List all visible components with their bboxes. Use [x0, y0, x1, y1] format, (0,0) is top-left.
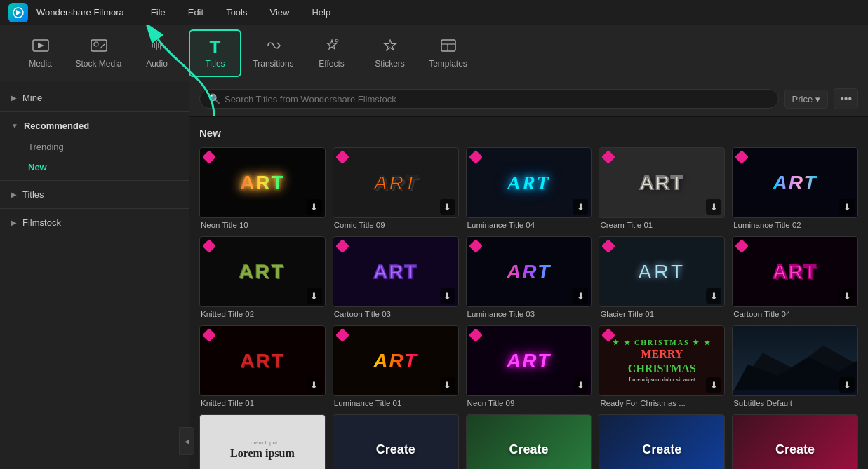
title-card-red-create[interactable]: Create: [732, 414, 858, 469]
title-thumb-luminance03: ART ⬇: [466, 236, 592, 307]
search-icon: 🔍: [208, 93, 220, 104]
title-thumb-knitted02: ART ⬇: [199, 236, 326, 307]
recommended-expand-icon: ▼: [11, 122, 18, 130]
title-thumb-lorem: Lorem Input Lorem ipsum: [199, 414, 326, 469]
divider-1: [0, 111, 189, 112]
menu-file[interactable]: File: [147, 4, 170, 20]
toolbar-stock-media[interactable]: Stock Media: [72, 29, 125, 77]
toolbar-titles[interactable]: T Titles: [189, 29, 241, 77]
art-cartoon04: ART: [773, 261, 817, 283]
title-thumb-luminance02: ART ⬇: [732, 147, 858, 218]
toolbar-stickers-label: Stickers: [375, 59, 405, 69]
blue-create-art: Create: [642, 442, 681, 457]
search-bar: 🔍 Price ▾ •••: [189, 81, 868, 117]
download-btn-cartoon04[interactable]: ⬇: [839, 288, 855, 304]
title-card-lorem[interactable]: Lorem Input Lorem ipsum: [199, 414, 326, 469]
premium-badge: [735, 150, 749, 164]
download-btn-neon09[interactable]: ⬇: [573, 377, 588, 393]
download-btn-christmas[interactable]: ⬇: [706, 377, 721, 393]
sidebar-section-mine[interactable]: ▶ Mine: [0, 87, 189, 109]
price-filter-chevron: ▾: [815, 94, 820, 104]
menu-edit[interactable]: Edit: [184, 4, 208, 20]
title-card-glacier01[interactable]: ART ⬇ Glacier Title 01: [599, 236, 725, 318]
art-neon10: ART: [240, 172, 285, 194]
download-btn-cartoon03[interactable]: ⬇: [440, 288, 455, 304]
download-btn-glacier01[interactable]: ⬇: [706, 288, 721, 304]
titles-scroll-area[interactable]: New ART ⬇ Neon Title 10: [189, 117, 868, 469]
title-thumb-luminance04: ART ⬇: [466, 147, 592, 218]
menu-tools[interactable]: Tools: [222, 4, 251, 20]
download-btn-neon10[interactable]: ⬇: [307, 199, 322, 215]
download-btn-luminance04[interactable]: ⬇: [573, 199, 588, 215]
price-filter[interactable]: Price ▾: [784, 90, 829, 109]
red-create-art: Create: [775, 442, 815, 457]
app-name: Wondershare Filmora: [36, 7, 124, 18]
title-card-cream01[interactable]: ART ⬇ Cream Title 01: [599, 147, 725, 229]
title-card-christmas[interactable]: ★ ★ CHRISTMAS ★ ★ MERRY CHRISTMAS Lorem …: [599, 325, 725, 407]
toolbar-transitions[interactable]: Transitions: [247, 29, 300, 77]
toolbar-stickers[interactable]: Stickers: [363, 29, 416, 77]
download-btn-comic09[interactable]: ⬇: [440, 199, 455, 215]
sidebar-item-trending[interactable]: Trending: [0, 137, 189, 157]
menu-help[interactable]: Help: [307, 4, 335, 20]
sidebar-section-titles[interactable]: ▶ Titles: [0, 184, 189, 205]
download-btn-luminance01[interactable]: ⬇: [440, 377, 455, 393]
title-label-knitted02: Knitted Title 02: [199, 310, 326, 318]
title-thumb-subtitles: ⬇: [732, 325, 858, 396]
title-label-neon10: Neon Title 10: [199, 221, 326, 229]
svg-point-3: [94, 42, 98, 46]
title-card-blue-create[interactable]: Create: [599, 414, 725, 469]
title-card-knitted02[interactable]: ART ⬇ Knitted Title 02: [199, 236, 326, 318]
title-thumb-cream01: ART ⬇: [599, 147, 725, 218]
sidebar-collapse-btn[interactable]: ◂: [179, 427, 189, 455]
title-card-luminance04[interactable]: ART ⬇ Luminance Title 04: [466, 147, 592, 229]
title-card-cartoon04[interactable]: ART ⬇ Cartoon Title 04: [732, 236, 858, 318]
download-btn-cream01[interactable]: ⬇: [706, 199, 721, 215]
title-card-neon10[interactable]: ART ⬇ Neon Title 10: [199, 147, 326, 229]
download-btn-knitted02[interactable]: ⬇: [307, 288, 322, 304]
sidebar-section-recommended[interactable]: ▼ Recommended: [0, 115, 189, 137]
title-card-subtitles[interactable]: ⬇ Subtitles Default: [732, 325, 858, 407]
sidebar-recommended-label: Recommended: [24, 121, 89, 131]
title-card-neon09[interactable]: ART ⬇ Neon Title 09: [466, 325, 592, 407]
toolbar-transitions-label: Transitions: [253, 59, 293, 69]
christmas-art: ★ ★ CHRISTMAS ★ ★ MERRY CHRISTMAS Lorem …: [613, 338, 712, 383]
download-btn-knitted01[interactable]: ⬇: [307, 377, 322, 393]
title-card-cartoon03[interactable]: ART ⬇ Cartoon Title 03: [333, 236, 459, 318]
title-label-cream01: Cream Title 01: [599, 221, 725, 229]
art-luminance03: ART: [507, 261, 551, 283]
toolbar-templates[interactable]: Templates: [422, 29, 474, 77]
sidebar-mine-label: Mine: [22, 93, 42, 103]
download-btn-luminance02[interactable]: ⬇: [839, 199, 855, 215]
search-input[interactable]: [225, 94, 770, 104]
title-label-luminance01: Luminance Title 01: [333, 399, 459, 407]
sidebar-item-new[interactable]: New: [0, 157, 189, 177]
title-card-dark-create[interactable]: Create: [333, 414, 459, 469]
effects-icon: [323, 38, 340, 56]
title-card-luminance03[interactable]: ART ⬇ Luminance Title 03: [466, 236, 592, 318]
svg-rect-2: [91, 40, 107, 51]
toolbar-media[interactable]: Media: [14, 29, 67, 77]
sidebar: ▶ Mine ▼ Recommended Trending New ▶ Titl…: [0, 81, 189, 469]
sidebar-filmstock-label: Filmstock: [22, 217, 61, 228]
download-btn-subtitles[interactable]: ⬇: [839, 377, 855, 393]
title-bar: Wondershare Filmora File Edit Tools View…: [0, 0, 868, 25]
title-card-green-create[interactable]: Create: [466, 414, 592, 469]
titles-grid: ART ⬇ Neon Title 10 ART ⬇ Comic Title 09: [199, 147, 858, 469]
app-logo: [8, 3, 28, 22]
art-knitted01: ART: [240, 350, 285, 372]
toolbar-effects[interactable]: Effects: [305, 29, 358, 77]
menu-view[interactable]: View: [265, 4, 293, 20]
art-luminance04: ART: [507, 172, 549, 194]
sidebar-section-filmstock[interactable]: ▶ Filmstock: [0, 212, 189, 233]
title-card-comic09[interactable]: ART ⬇ Comic Title 09: [333, 147, 459, 229]
download-btn-luminance03[interactable]: ⬇: [573, 288, 588, 304]
title-card-knitted01[interactable]: ART ⬇ Knitted Title 01: [199, 325, 326, 407]
toolbar-effects-label: Effects: [319, 59, 344, 69]
more-options-icon: •••: [840, 93, 852, 104]
title-card-luminance01[interactable]: ART ⬇ Luminance Title 01: [333, 325, 459, 407]
title-card-luminance02[interactable]: ART ⬇ Luminance Title 02: [732, 147, 858, 229]
more-options-btn[interactable]: •••: [834, 88, 858, 109]
stickers-icon: [382, 38, 399, 56]
toolbar-audio[interactable]: Audio: [131, 29, 183, 77]
